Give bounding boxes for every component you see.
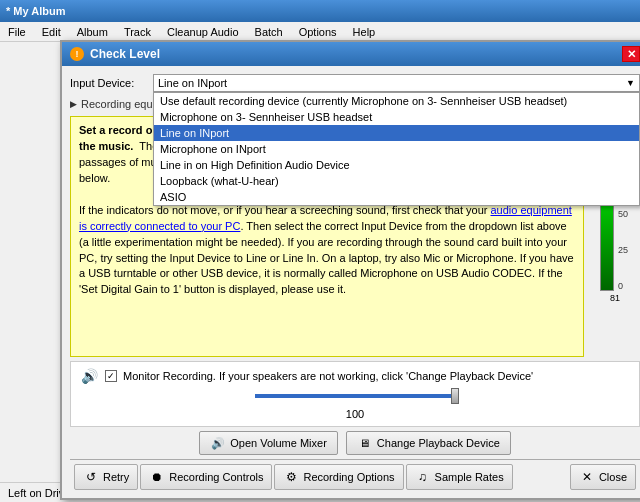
retry-icon: ↺ (83, 469, 99, 485)
playback-icon: 🖥 (357, 435, 373, 451)
volume-slider-row (79, 388, 631, 404)
recording-controls-button[interactable]: ⏺ Recording Controls (140, 464, 272, 490)
check-level-dialog: ! Check Level ✕ Input Device: Line on IN… (60, 40, 640, 500)
slider-thumb[interactable] (451, 388, 459, 404)
dropdown-item-6[interactable]: ASIO (154, 189, 639, 205)
dialog-title: Check Level (90, 47, 160, 61)
dialog-title-icon: ! (70, 47, 84, 61)
retry-button[interactable]: ↺ Retry (74, 464, 138, 490)
open-volume-mixer-button[interactable]: 🔊 Open Volume Mixer (199, 431, 338, 455)
dropdown-item-4[interactable]: Line in on High Definition Audio Device (154, 157, 639, 173)
dropdown-item-1[interactable]: Microphone on 3- Sennheiser USB headset (154, 109, 639, 125)
dialog-body: Input Device: Line on INport Use default… (62, 66, 640, 498)
dropdown-item-0[interactable]: Use default recording device (currently … (154, 93, 639, 109)
dropdown-item-3[interactable]: Microphone on INport (154, 141, 639, 157)
dialog-close-button[interactable]: ✕ (622, 46, 640, 62)
monitor-text: Monitor Recording. If your speakers are … (123, 370, 533, 382)
bg-title: * My Album (6, 5, 66, 17)
input-device-dropdown-wrapper: Line on INport Use default recording dev… (153, 74, 640, 92)
monitor-section: 🔊 ✓ Monitor Recording. If your speakers … (70, 361, 640, 427)
dropdown-item-2[interactable]: Line on INport (154, 125, 639, 141)
input-device-label: Input Device: (70, 77, 145, 89)
volume-slider[interactable] (255, 388, 455, 404)
input-device-dropdown-list[interactable]: Use default recording device (currently … (153, 92, 640, 206)
vu-reading-81: 81 (610, 293, 620, 303)
menu-track[interactable]: Track (120, 24, 155, 40)
monitor-row: 🔊 ✓ Monitor Recording. If your speakers … (79, 368, 631, 384)
slider-fill (255, 394, 455, 398)
monitor-checkbox[interactable]: ✓ (105, 370, 117, 382)
volume-value: 100 (79, 408, 631, 420)
bottom-toolbar: ↺ Retry ⏺ Recording Controls ⚙ Recording… (70, 459, 640, 490)
sample-rates-icon: ♫ (415, 469, 431, 485)
dropdown-item-5[interactable]: Loopback (what-U-hear) (154, 173, 639, 189)
bg-titlebar: * My Album (0, 0, 640, 22)
bg-menu: File Edit Album Track Cleanup Audio Batc… (0, 22, 640, 42)
menu-cleanup[interactable]: Cleanup Audio (163, 24, 243, 40)
sample-rates-button[interactable]: ♫ Sample Rates (406, 464, 513, 490)
change-playback-button[interactable]: 🖥 Change Playback Device (346, 431, 511, 455)
menu-help[interactable]: Help (349, 24, 380, 40)
dialog-titlebar: ! Check Level ✕ (62, 42, 640, 66)
volume-mixer-icon: 🔊 (210, 435, 226, 451)
menu-album[interactable]: Album (73, 24, 112, 40)
menu-file[interactable]: File (4, 24, 30, 40)
recording-controls-icon: ⏺ (149, 469, 165, 485)
menu-batch[interactable]: Batch (251, 24, 287, 40)
close-button[interactable]: ✕ Close (570, 464, 636, 490)
menu-edit[interactable]: Edit (38, 24, 65, 40)
menu-options[interactable]: Options (295, 24, 341, 40)
input-device-dropdown[interactable]: Line on INport (153, 74, 640, 92)
eq-arrow-icon: ▶ (70, 99, 77, 109)
recording-options-icon: ⚙ (283, 469, 299, 485)
speaker-icon: 🔊 (79, 368, 99, 384)
close-x-icon: ✕ (579, 469, 595, 485)
action-buttons: 🔊 Open Volume Mixer 🖥 Change Playback De… (70, 431, 640, 455)
recording-options-button[interactable]: ⚙ Recording Options (274, 464, 403, 490)
input-device-row: Input Device: Line on INport Use default… (70, 74, 640, 92)
